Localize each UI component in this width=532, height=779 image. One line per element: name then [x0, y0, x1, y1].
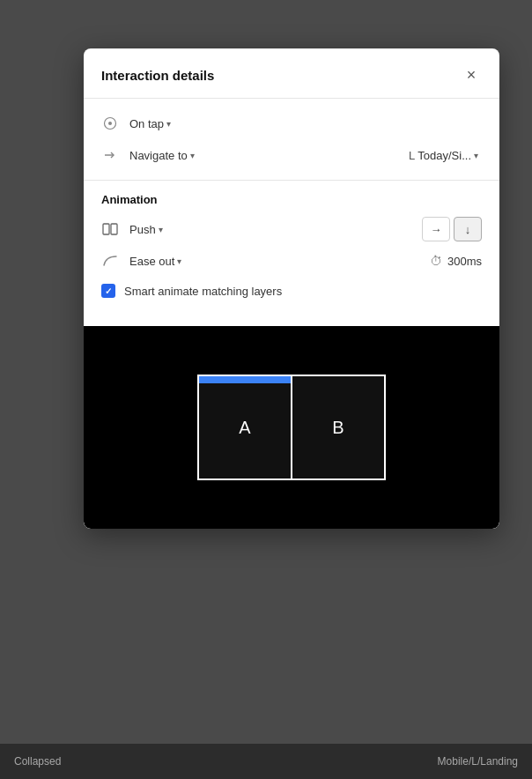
arrow-icon — [101, 146, 119, 164]
svg-rect-3 — [103, 224, 109, 234]
frame-b: B — [291, 375, 386, 480]
action-row: Navigate to ▾ L Today/Si... ▾ — [84, 139, 499, 171]
checkmark-icon: ✓ — [105, 286, 112, 296]
push-chevron: ▾ — [159, 225, 163, 234]
frame-a-highlight — [199, 376, 291, 383]
bottom-bar: Collapsed Mobile/L/Landing — [0, 744, 532, 779]
frame-a-label: A — [239, 418, 250, 438]
destination-area: L Today/Si... ▾ — [405, 147, 482, 164]
animation-section: Animation Push ▾ → — [84, 181, 499, 326]
animation-title: Animation — [101, 193, 482, 206]
trigger-chevron: ▾ — [166, 119, 171, 129]
close-button[interactable]: × — [461, 64, 482, 85]
bottom-bar-left: Collapsed — [14, 755, 61, 768]
panel-title: Interaction details — [101, 68, 214, 83]
destination-text: Today/Si... — [417, 149, 471, 162]
ease-dropdown[interactable]: Ease out ▾ — [126, 253, 185, 270]
duration-value: 300ms — [447, 255, 482, 268]
clock-icon: ⏱ — [430, 254, 442, 268]
direction-right-icon: → — [431, 223, 442, 236]
svg-point-1 — [108, 122, 112, 125]
smart-animate-row: ✓ Smart animate matching layers — [101, 284, 482, 298]
smart-animate-checkbox[interactable]: ✓ — [101, 284, 115, 298]
preview-frames: A B — [197, 375, 386, 480]
direction-buttons: → ↓ — [422, 217, 482, 241]
direction-right-button[interactable]: → — [422, 217, 450, 241]
svg-rect-4 — [111, 224, 117, 234]
push-row: Push ▾ → ↓ — [101, 217, 482, 241]
trigger-row: On tap ▾ — [84, 108, 499, 139]
action-label: Navigate to — [129, 149, 188, 162]
push-label: Push — [129, 223, 156, 236]
push-type-icon — [101, 220, 119, 238]
ease-icon — [101, 252, 119, 270]
animation-preview: A B — [84, 326, 499, 529]
destination-prefix: L — [409, 149, 415, 162]
frame-a: A — [197, 375, 292, 480]
ease-row: Ease out ▾ ⏱ 300ms — [101, 252, 482, 270]
target-icon — [101, 115, 119, 132]
ease-chevron: ▾ — [177, 256, 181, 266]
direction-down-button[interactable]: ↓ — [454, 217, 482, 241]
destination-dropdown[interactable]: L Today/Si... ▾ — [405, 147, 482, 164]
action-dropdown[interactable]: Navigate to ▾ — [126, 147, 198, 164]
interaction-details-panel: Interaction details × On tap ▾ — [84, 48, 499, 529]
action-chevron: ▾ — [190, 151, 195, 160]
ease-label: Ease out — [129, 255, 174, 268]
trigger-label: On tap — [129, 117, 164, 130]
duration-area: ⏱ 300ms — [430, 254, 482, 268]
destination-chevron: ▾ — [474, 151, 478, 160]
panel-header: Interaction details × — [84, 48, 499, 99]
trigger-dropdown[interactable]: On tap ▾ — [126, 115, 174, 132]
direction-down-icon: ↓ — [465, 223, 471, 236]
push-dropdown[interactable]: Push ▾ — [126, 221, 166, 238]
bottom-bar-right: Mobile/L/Landing — [438, 755, 518, 768]
smart-animate-label: Smart animate matching layers — [124, 285, 282, 298]
push-left: Push ▾ — [101, 220, 166, 238]
trigger-action-section: On tap ▾ Navigate to ▾ L Today/Si... ▾ — [84, 99, 499, 181]
frame-b-label: B — [332, 418, 344, 438]
